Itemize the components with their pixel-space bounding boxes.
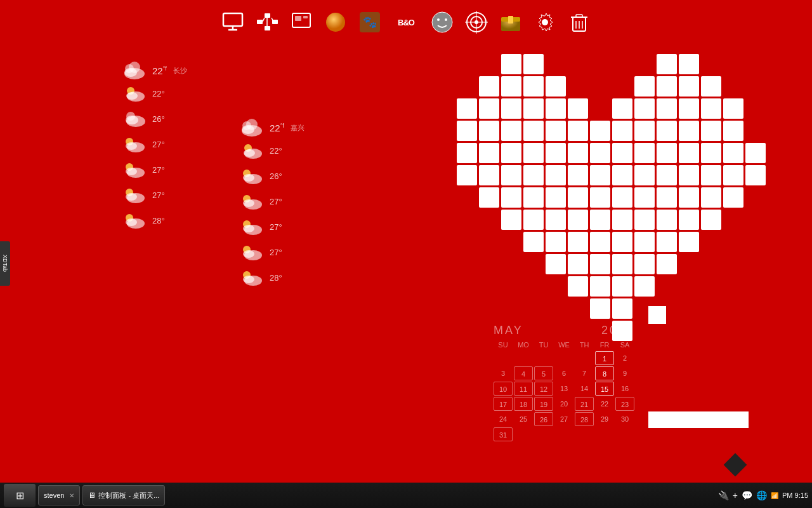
taskbar-right: 🔌 + 💬 🌐 📶 PM 9:15 <box>718 490 808 500</box>
window-icon[interactable] <box>287 8 315 36</box>
cal-cell[interactable]: 4 <box>514 366 533 380</box>
cal-cell[interactable]: 7 <box>575 366 594 380</box>
heart-cell-filled <box>723 143 743 163</box>
start-button[interactable]: ⊞ <box>4 484 36 507</box>
cal-cell[interactable]: 2 <box>615 351 634 365</box>
heart-cell-filled <box>523 232 544 252</box>
face-icon[interactable] <box>428 8 456 36</box>
heart-decoration <box>457 54 761 327</box>
cal-cell[interactable]: 15 <box>595 382 614 396</box>
cal-cell[interactable]: 20 <box>554 397 573 411</box>
cal-cell[interactable]: 1 <box>595 351 614 365</box>
cat-icon[interactable]: 🐾 <box>356 8 384 36</box>
cal-cell[interactable]: 26 <box>534 412 553 426</box>
xdtab-sidebar[interactable]: XDTab <box>0 241 10 286</box>
heart-cell-filled <box>568 232 588 252</box>
heart-cell-empty <box>479 210 499 230</box>
heart-cell-filled <box>546 232 566 252</box>
heart-cell-filled <box>657 54 677 74</box>
sys-tray-icon-1[interactable]: 🔌 <box>718 490 729 500</box>
heart-cell-filled <box>634 276 655 297</box>
cal-cell[interactable]: 18 <box>514 397 533 411</box>
heart-cell-empty <box>479 54 499 74</box>
heart-cell-filled <box>590 165 610 185</box>
heart-cell-filled <box>701 76 721 97</box>
sphere-icon[interactable] <box>322 8 350 36</box>
network-icon[interactable] <box>253 8 281 36</box>
heart-cell-empty <box>590 98 610 119</box>
sys-tray-icon-3[interactable]: 💬 <box>742 490 752 500</box>
sys-tray-icon-2[interactable]: + <box>733 490 738 500</box>
cal-cell[interactable]: 13 <box>554 382 573 396</box>
cal-cell[interactable]: 27 <box>554 412 573 426</box>
cal-cell[interactable]: 3 <box>494 366 513 380</box>
heart-cell-filled <box>568 254 588 274</box>
taskbar-close-steven[interactable]: ✕ <box>69 492 74 499</box>
svg-point-77 <box>243 276 254 283</box>
cal-cell[interactable]: 25 <box>514 412 533 426</box>
heart-cell-empty <box>679 254 699 274</box>
taskbar-item-steven[interactable]: steven ✕ <box>38 485 80 505</box>
svg-line-7 <box>263 18 265 22</box>
heart-cell-empty <box>679 321 699 341</box>
heart-cell-filled <box>612 143 632 163</box>
cal-cell[interactable]: 9 <box>615 366 634 380</box>
svg-point-46 <box>126 142 137 150</box>
taskbar-item-control-panel[interactable]: 🖥 控制面板 - 桌面天... <box>82 485 165 505</box>
heart-cell-empty <box>457 210 477 230</box>
heart-cell-filled <box>568 121 588 141</box>
sys-tray-icon-5[interactable]: 📶 <box>771 492 778 499</box>
cal-cell[interactable]: 30 <box>615 412 634 426</box>
svg-rect-12 <box>303 16 308 18</box>
weather-row-2-6: 28° <box>238 266 304 289</box>
cal-cell[interactable]: 17 <box>494 397 513 411</box>
heart-cell-empty <box>568 298 588 319</box>
cal-cell[interactable]: 5 <box>534 366 553 380</box>
heart-cell-empty <box>546 298 566 319</box>
heart-cell-filled <box>479 187 499 208</box>
cal-cell[interactable]: 12 <box>534 382 553 396</box>
cal-cell <box>575 351 594 365</box>
svg-point-18 <box>445 18 447 21</box>
cal-cell[interactable]: 24 <box>494 412 513 426</box>
heart-cell-filled <box>701 98 721 119</box>
cal-cell[interactable]: 22 <box>595 397 614 411</box>
heart-cell-filled <box>634 165 655 185</box>
sys-tray-icon-4[interactable]: 🌐 <box>756 490 767 500</box>
heart-cell-filled <box>657 165 677 185</box>
cal-cell[interactable]: 19 <box>534 397 553 411</box>
cal-cell[interactable]: 21 <box>575 397 594 411</box>
heart-cell-empty <box>723 76 743 97</box>
target-icon[interactable] <box>462 8 490 36</box>
heart-cell-filled <box>657 143 677 163</box>
weather-location-2: 嘉兴 <box>291 123 304 133</box>
cal-cell[interactable]: 29 <box>595 412 614 426</box>
heart-cell-empty <box>568 76 588 97</box>
heart-cell-filled <box>679 143 699 163</box>
heart-cell-empty <box>745 298 766 319</box>
heart-cell-empty <box>745 321 766 341</box>
weather-top-temp-2: 22°f <box>270 123 284 133</box>
cal-cell[interactable]: 28 <box>575 412 594 426</box>
monitor-icon[interactable] <box>219 8 247 36</box>
trash-icon[interactable] <box>565 8 593 36</box>
cal-cell[interactable]: 31 <box>494 427 513 441</box>
cal-cell[interactable]: 8 <box>595 366 614 380</box>
heart-cell-filled <box>612 298 632 319</box>
heart-cell-filled <box>479 121 499 141</box>
weather-row-3: 27° <box>121 133 187 156</box>
cal-cell[interactable]: 14 <box>575 382 594 396</box>
cal-cell[interactable]: 16 <box>615 382 634 396</box>
box-icon[interactable] <box>497 8 525 36</box>
cal-cell[interactable]: 11 <box>514 382 533 396</box>
cal-cell[interactable]: 10 <box>494 382 513 396</box>
settings-icon[interactable] <box>531 8 559 36</box>
cal-cell[interactable]: 6 <box>554 366 573 380</box>
svg-rect-30 <box>576 15 582 17</box>
svg-point-17 <box>437 18 440 21</box>
heart-cell-filled <box>457 121 477 141</box>
cal-cell[interactable]: 23 <box>615 397 634 411</box>
heart-cell-filled <box>634 98 655 119</box>
heart-cell-empty <box>523 254 544 274</box>
bo-text-icon[interactable]: B&O <box>390 8 422 36</box>
